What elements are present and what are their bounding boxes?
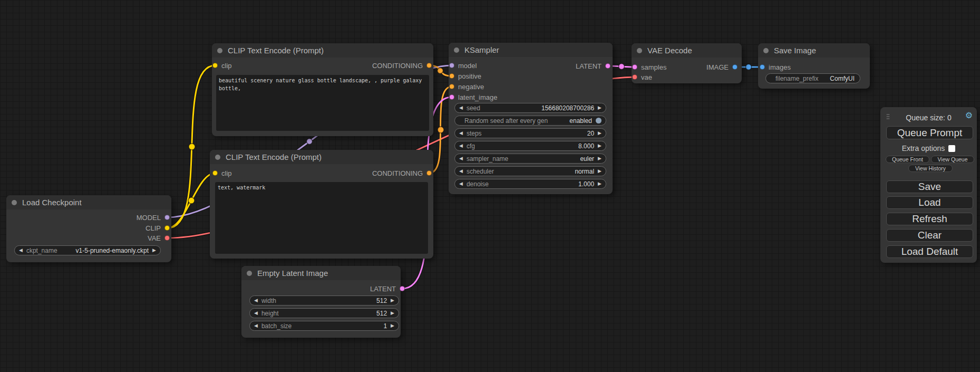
positive-prompt-textarea[interactable]: beautiful scenery nature glass bottle la… <box>216 75 429 131</box>
increment-arrow-icon[interactable]: ▶ <box>391 323 394 328</box>
clip-port-dot[interactable] <box>212 170 218 176</box>
widget-value: v1-5-pruned-emaonly.ckpt <box>76 247 149 254</box>
decrement-arrow-icon[interactable]: ◀ <box>459 106 463 110</box>
widget-filename-prefix[interactable]: filename_prefix ComfyUI <box>765 73 860 83</box>
port-model-output[interactable]: MODEL <box>137 214 170 221</box>
widget-ckpt-name[interactable]: ◀ ckpt_name v1-5-pruned-emaonly.ckpt ▶ <box>14 245 161 255</box>
node-vae-decode[interactable]: VAE Decode samples vae IMAGE <box>632 43 742 83</box>
widget-random-seed-toggle[interactable]: Random seed after every gen enabled <box>454 116 606 126</box>
image-port-dot[interactable] <box>732 64 738 70</box>
node-title-bar[interactable]: Empty Latent Image <box>241 266 401 280</box>
port-label: samples <box>641 63 666 71</box>
queue-prompt-button[interactable]: Queue Prompt <box>886 126 973 139</box>
port-latent-output[interactable]: LATENT <box>576 62 610 70</box>
node-save-image[interactable]: Save Image images filename_prefix ComfyU… <box>758 43 870 89</box>
decrement-arrow-icon[interactable]: ◀ <box>254 323 258 328</box>
increment-arrow-icon[interactable]: ▶ <box>391 298 394 303</box>
node-title-bar[interactable]: Save Image <box>758 43 870 58</box>
refresh-button[interactable]: Refresh <box>886 213 973 225</box>
latent-port-dot[interactable] <box>449 94 454 100</box>
decrement-arrow-icon[interactable]: ◀ <box>254 298 258 303</box>
clear-button[interactable]: Clear <box>886 229 973 242</box>
node-ksampler[interactable]: KSampler model positive negative latent_… <box>449 43 613 194</box>
increment-arrow-icon[interactable]: ▶ <box>598 144 601 148</box>
conditioning-port-dot[interactable] <box>449 84 454 89</box>
port-image-output[interactable]: IMAGE <box>706 63 738 71</box>
model-port-dot[interactable] <box>164 215 170 220</box>
decrement-arrow-icon[interactable]: ◀ <box>19 248 23 253</box>
port-images-input[interactable]: images <box>760 63 791 71</box>
port-latent-output[interactable]: LATENT <box>370 285 405 292</box>
widget-scheduler[interactable]: ◀ scheduler normal ▶ <box>454 166 606 176</box>
load-button[interactable]: Load <box>886 196 973 209</box>
port-vae-output[interactable]: VAE <box>148 234 170 242</box>
settings-gear-icon[interactable]: ⚙ <box>965 111 973 120</box>
conditioning-port-dot[interactable] <box>426 63 432 68</box>
widget-denoise[interactable]: ◀ denoise 1.000 ▶ <box>454 179 606 189</box>
widget-cfg[interactable]: ◀ cfg 8.000 ▶ <box>454 141 606 151</box>
widget-batch-size[interactable]: ◀ batch_size 1 ▶ <box>249 321 399 331</box>
decrement-arrow-icon[interactable]: ◀ <box>459 182 463 186</box>
port-negative-input[interactable]: negative <box>449 83 484 90</box>
port-conditioning-output[interactable]: CONDITIONING <box>372 169 432 177</box>
clip-port-dot[interactable] <box>212 63 218 68</box>
decrement-arrow-icon[interactable]: ◀ <box>254 311 258 316</box>
vae-port-dot[interactable] <box>632 74 637 80</box>
node-status-dot <box>637 48 642 53</box>
clip-port-dot[interactable] <box>164 225 170 231</box>
conditioning-port-dot[interactable] <box>449 73 454 79</box>
decrement-arrow-icon[interactable]: ◀ <box>459 156 463 161</box>
save-button[interactable]: Save <box>886 180 973 193</box>
node-title-bar[interactable]: Load Checkpoint <box>6 195 171 209</box>
node-title-bar[interactable]: VAE Decode <box>632 43 742 58</box>
node-clip-text-encode-positive[interactable]: CLIP Text Encode (Prompt) clip CONDITION… <box>212 43 433 136</box>
port-samples-input[interactable]: samples <box>632 63 666 71</box>
negative-prompt-textarea[interactable]: text, watermark <box>215 182 428 254</box>
port-vae-input[interactable]: vae <box>632 73 652 81</box>
widget-seed[interactable]: ◀ seed 156680208700286 ▶ <box>454 103 606 113</box>
latent-port-dot[interactable] <box>605 63 610 69</box>
port-model-input[interactable]: model <box>449 62 477 69</box>
load-default-button[interactable]: Load Default <box>886 245 973 258</box>
view-history-button[interactable]: View History <box>908 165 953 172</box>
increment-arrow-icon[interactable]: ▶ <box>598 169 601 174</box>
view-queue-button[interactable]: View Queue <box>931 156 974 163</box>
node-clip-text-encode-negative[interactable]: CLIP Text Encode (Prompt) clip CONDITION… <box>210 150 433 259</box>
queue-front-button[interactable]: Queue Front <box>886 156 929 163</box>
node-title-bar[interactable]: KSampler <box>449 43 613 57</box>
node-title-bar[interactable]: CLIP Text Encode (Prompt) <box>210 150 433 164</box>
widget-height[interactable]: ◀ height 512 ▶ <box>249 308 399 318</box>
increment-arrow-icon[interactable]: ▶ <box>598 131 601 136</box>
toggle-dot[interactable] <box>596 118 601 123</box>
increment-arrow-icon[interactable]: ▶ <box>598 182 601 186</box>
image-port-dot[interactable] <box>760 64 765 70</box>
port-positive-input[interactable]: positive <box>449 72 481 80</box>
widget-width[interactable]: ◀ width 512 ▶ <box>249 295 399 306</box>
model-port-dot[interactable] <box>449 63 454 68</box>
decrement-arrow-icon[interactable]: ◀ <box>459 131 463 136</box>
vae-port-dot[interactable] <box>164 235 170 241</box>
increment-arrow-icon[interactable]: ▶ <box>598 106 601 110</box>
port-clip-input[interactable]: clip <box>212 169 232 177</box>
conditioning-port-dot[interactable] <box>426 170 432 176</box>
increment-arrow-icon[interactable]: ▶ <box>391 311 394 316</box>
port-clip-input[interactable]: clip <box>212 62 232 69</box>
extra-options-checkbox[interactable] <box>948 145 955 152</box>
port-clip-output[interactable]: CLIP <box>145 224 170 232</box>
latent-port-dot[interactable] <box>400 286 405 291</box>
node-empty-latent-image[interactable]: Empty Latent Image LATENT ◀ width 512 ▶ … <box>241 266 401 338</box>
decrement-arrow-icon[interactable]: ◀ <box>459 144 463 148</box>
increment-arrow-icon[interactable]: ▶ <box>152 248 156 253</box>
port-label: latent_image <box>458 93 497 101</box>
increment-arrow-icon[interactable]: ▶ <box>598 156 601 161</box>
port-latent-image-input[interactable]: latent_image <box>449 93 497 101</box>
node-title-bar[interactable]: CLIP Text Encode (Prompt) <box>212 43 433 58</box>
queue-panel[interactable]: Queue size: 0 ⚙ Queue Prompt Extra optio… <box>880 107 977 263</box>
port-conditioning-output[interactable]: CONDITIONING <box>372 62 432 69</box>
widget-steps[interactable]: ◀ steps 20 ▶ <box>454 128 606 138</box>
widget-value: euler <box>580 155 594 163</box>
latent-port-dot[interactable] <box>632 64 637 70</box>
decrement-arrow-icon[interactable]: ◀ <box>459 169 463 174</box>
node-load-checkpoint[interactable]: Load Checkpoint MODEL CLIP VAE ◀ ckpt_na… <box>6 195 171 262</box>
widget-sampler-name[interactable]: ◀ sampler_name euler ▶ <box>454 154 606 164</box>
